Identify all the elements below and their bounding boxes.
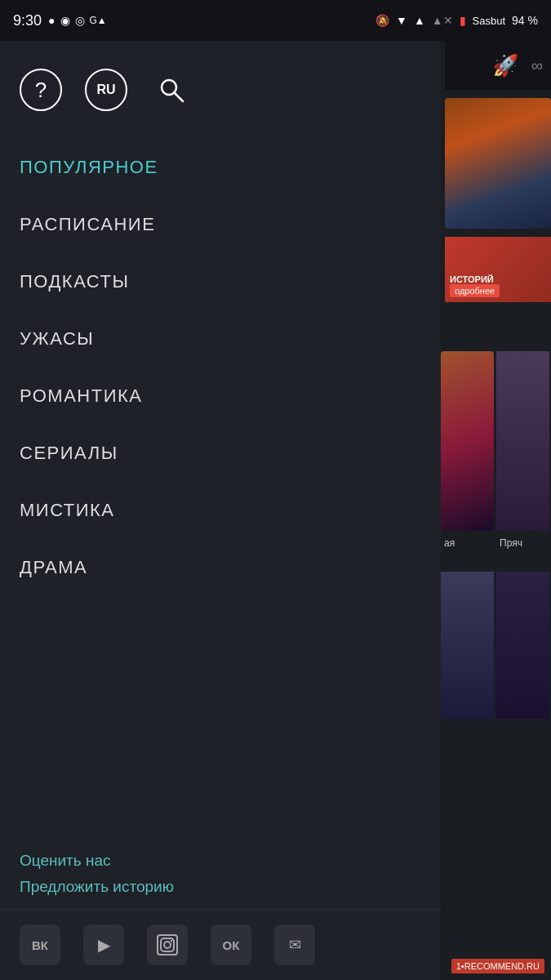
messenger-icon: ◉ <box>60 14 70 27</box>
svg-point-4 <box>171 940 172 942</box>
nav-item-horror[interactable]: УЖАСЫ <box>0 310 441 368</box>
lang-icon: RU <box>96 82 115 97</box>
bottom-links: Оценить нас Предложить историю <box>0 839 441 909</box>
main-area: ? RU ПОПУЛЯРНОЕ РАСПИСАНИЕ ПОДКАСТЫ <box>0 41 551 980</box>
nav-item-mystic[interactable]: МИСТИКА <box>0 482 441 539</box>
nav-item-podcasts[interactable]: ПОДКАСТЫ <box>0 253 441 310</box>
user-name: Sasbut <box>473 15 505 27</box>
drawer-header: ? RU <box>0 41 441 131</box>
rocket-icon[interactable]: 🚀 <box>492 53 518 78</box>
data-icon: ▲✕ <box>432 14 453 27</box>
battery-percent: 94 % <box>512 14 538 27</box>
nav-item-popular[interactable]: ПОПУЛЯРНОЕ <box>0 139 441 196</box>
vk-icon: ВК <box>32 938 48 952</box>
youtube-button[interactable]: ▶ <box>83 924 124 965</box>
chat-icon: ◎ <box>75 14 85 27</box>
wifi-icon: ▼ <box>396 14 407 27</box>
instagram-button[interactable] <box>147 924 188 965</box>
instagram-icon <box>157 934 178 956</box>
card-label-right: Пряч <box>496 535 549 550</box>
watermark: 1•RECOMMEND.RU <box>451 959 544 973</box>
card-top[interactable] <box>445 98 551 229</box>
nav-item-drama[interactable]: ДРАМА <box>0 539 441 596</box>
signal-icon: ▲ <box>414 14 425 27</box>
social-bar: ВК ▶ ОК ✉ <box>0 909 441 980</box>
nav-items: ПОПУЛЯРНОЕ РАСПИСАНИЕ ПОДКАСТЫ УЖАСЫ РОМ… <box>0 131 441 839</box>
card-label-left: ая <box>441 535 494 550</box>
card-story-1[interactable] <box>441 351 494 531</box>
ok-icon: ОК <box>223 938 240 952</box>
status-bar: 9:30 ● ◉ ◎ G▲ 🔕 ▼ ▲ ▲✕ ▮ Sasbut 94 % <box>0 0 551 41</box>
translate-icon: G▲ <box>90 15 107 26</box>
banner-subtext: одробнее <box>450 284 500 297</box>
svg-point-3 <box>164 942 171 948</box>
right-content-strip: 🚀 ∞ CO ИСТОРИЙ одробнее ая П <box>441 41 551 980</box>
card-story-2[interactable] <box>496 351 549 531</box>
svg-line-1 <box>174 92 183 101</box>
email-icon: ✉ <box>289 936 301 954</box>
nav-item-romance[interactable]: РОМАНТИКА <box>0 368 441 425</box>
whatsapp-icon: ● <box>48 14 55 27</box>
vk-button[interactable]: ВК <box>20 924 60 965</box>
battery-icon: ▮ <box>460 14 466 27</box>
rate-us-link[interactable]: Оценить нас <box>20 852 421 870</box>
status-bar-right: 🔕 ▼ ▲ ▲✕ ▮ Sasbut 94 % <box>375 14 538 27</box>
nav-item-serials[interactable]: СЕРИАЛЫ <box>0 425 441 482</box>
status-time: 9:30 <box>13 12 42 29</box>
card-mid-banner[interactable]: ИСТОРИЙ одробнее <box>445 237 551 302</box>
navigation-drawer: ? RU ПОПУЛЯРНОЕ РАСПИСАНИЕ ПОДКАСТЫ <box>0 41 441 980</box>
card-bottom-2[interactable] <box>496 572 549 719</box>
ok-button[interactable]: ОК <box>211 924 251 965</box>
search-icon <box>158 76 185 104</box>
infinity-icon[interactable]: ∞ <box>531 56 543 75</box>
question-icon: ? <box>35 78 47 103</box>
suggest-story-link[interactable]: Предложить историю <box>20 878 421 896</box>
email-button[interactable]: ✉ <box>274 924 315 965</box>
nav-item-schedule[interactable]: РАСПИСАНИЕ <box>0 196 441 253</box>
search-button[interactable] <box>150 69 193 111</box>
top-app-bar-right: 🚀 ∞ <box>445 41 551 90</box>
card-label-left-text: ая <box>441 536 458 550</box>
youtube-icon: ▶ <box>98 935 110 955</box>
status-icons: ● ◉ ◎ G▲ <box>48 14 107 27</box>
status-bar-left: 9:30 ● ◉ ◎ G▲ <box>13 12 107 29</box>
banner-text-1: ИСТОРИЙ <box>450 274 500 284</box>
help-button[interactable]: ? <box>20 69 62 111</box>
language-button[interactable]: RU <box>85 69 127 111</box>
mute-icon: 🔕 <box>375 14 389 27</box>
card-label-right-text: Пряч <box>496 536 526 550</box>
card-bottom-1[interactable] <box>441 572 494 719</box>
